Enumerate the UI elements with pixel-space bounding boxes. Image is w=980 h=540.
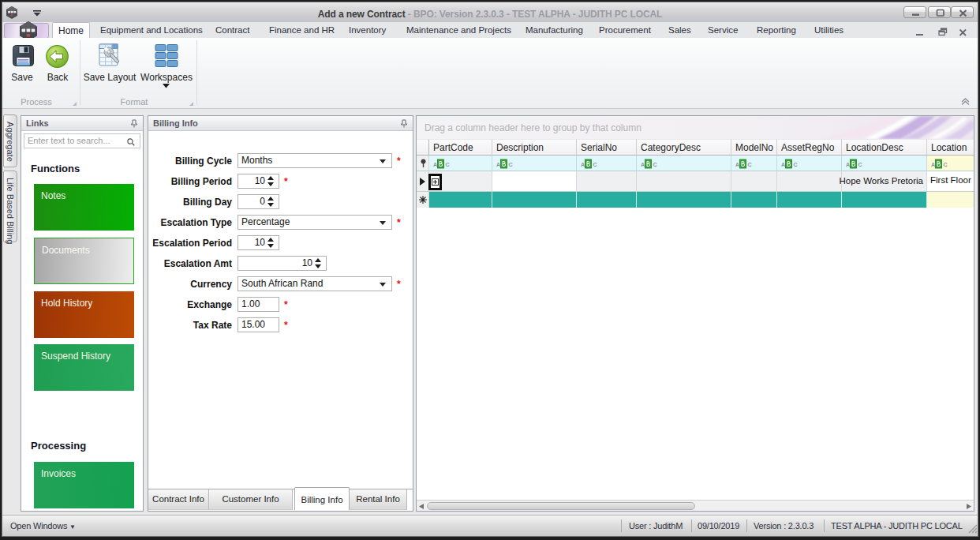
svg-text:C: C <box>858 162 862 167</box>
svg-text:A: A <box>781 162 785 167</box>
svg-text:C: C <box>593 162 597 167</box>
svg-text:C: C <box>794 162 798 167</box>
svg-text:A: A <box>846 162 850 167</box>
svg-text:C: C <box>509 162 513 167</box>
svg-text:A: A <box>931 162 935 167</box>
svg-text:C: C <box>446 162 450 167</box>
svg-text:C: C <box>653 162 657 167</box>
svg-text:A: A <box>433 162 437 167</box>
svg-text:A: A <box>496 162 500 167</box>
svg-text:A: A <box>735 162 739 167</box>
svg-text:A: A <box>641 162 645 167</box>
svg-text:A: A <box>581 162 585 167</box>
svg-text:C: C <box>944 162 948 167</box>
svg-text:C: C <box>748 162 752 167</box>
